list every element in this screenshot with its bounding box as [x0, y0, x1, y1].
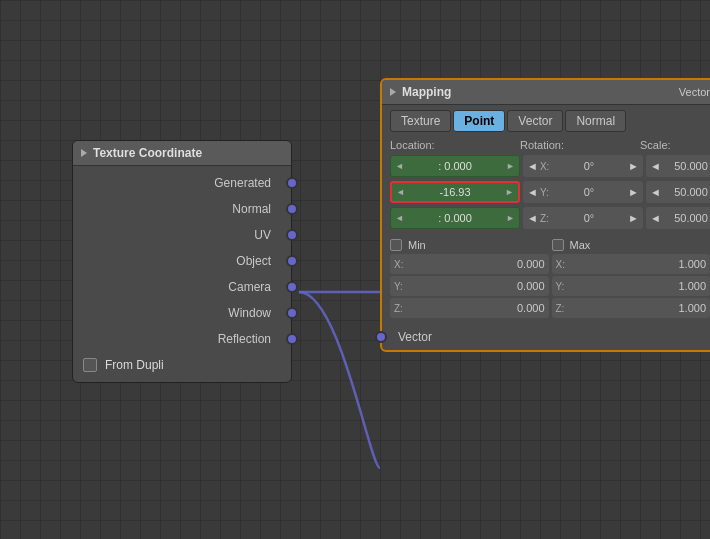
scale-header: Scale: — [640, 139, 710, 151]
min-y-field[interactable]: Y: 0.000 — [390, 276, 549, 296]
rot-x-arrow-right: ► — [628, 160, 639, 172]
scale-z-field[interactable]: ◄ 50.000 ► — [646, 207, 710, 229]
tab-vector[interactable]: Vector — [507, 110, 563, 132]
max-x-field[interactable]: X: 1.000 — [552, 254, 711, 274]
scale-y-val: 50.000 — [674, 186, 708, 198]
rot-z-arrow-left: ◄ — [527, 212, 538, 224]
node-texture-coord-title: Texture Coordinate — [93, 146, 202, 160]
max-z-val: 1.000 — [678, 302, 706, 314]
scale-x-arrow-left: ◄ — [650, 160, 661, 172]
max-z-field[interactable]: Z: 1.000 — [552, 298, 711, 318]
min-z-field[interactable]: Z: 0.000 — [390, 298, 549, 318]
scale-y-field[interactable]: ◄ 50.000 ► — [646, 181, 710, 203]
camera-socket[interactable] — [286, 281, 298, 293]
rot-y-arrow-left: ◄ — [527, 186, 538, 198]
min-x-val: 0.000 — [517, 258, 545, 270]
min-y-val: 0.000 — [517, 280, 545, 292]
location-y-field[interactable]: ◄ -16.93 ► — [390, 181, 520, 203]
from-dupli-checkbox[interactable] — [83, 358, 97, 372]
output-window: Window — [73, 300, 291, 326]
node-mapping-title: Mapping — [402, 85, 451, 99]
output-normal: Normal — [73, 196, 291, 222]
loc-y-arrow-right: ► — [505, 187, 514, 197]
rot-z-val: 0° — [552, 212, 626, 224]
output-reflection: Reflection — [73, 326, 291, 352]
collapse-arrow[interactable] — [81, 149, 87, 157]
window-socket[interactable] — [286, 307, 298, 319]
rot-y-label: Y: — [540, 187, 550, 198]
generated-label: Generated — [214, 176, 271, 190]
normal-socket[interactable] — [286, 203, 298, 215]
uv-socket[interactable] — [286, 229, 298, 241]
rot-z-label: Z: — [540, 213, 550, 224]
node-texture-coord-body: Generated Normal UV Object Camera Window… — [73, 166, 291, 382]
tab-point[interactable]: Point — [453, 110, 505, 132]
loc-y-arrow-left: ◄ — [396, 187, 405, 197]
min-header: Min — [390, 239, 549, 251]
normal-label: Normal — [232, 202, 271, 216]
output-generated: Generated — [73, 170, 291, 196]
vector-bottom-label: Vector — [398, 330, 432, 344]
uv-label: UV — [254, 228, 271, 242]
loc-z-arrow-left: ◄ — [395, 213, 404, 223]
rotation-z-field[interactable]: ◄ Z: 0° ► — [523, 207, 643, 229]
node-mapping: Mapping Vector Texture Point Vector Norm… — [380, 78, 710, 352]
rotation-x-field[interactable]: ◄ X: 0° ► — [523, 155, 643, 177]
output-uv: UV — [73, 222, 291, 248]
location-z-val: : 0.000 — [404, 212, 506, 224]
scale-x-field[interactable]: ◄ 50.000 ► — [646, 155, 710, 177]
max-x-label: X: — [556, 259, 568, 270]
min-y-label: Y: — [394, 281, 406, 292]
reflection-socket[interactable] — [286, 333, 298, 345]
location-x-field[interactable]: ◄ : 0.000 ► — [390, 155, 520, 177]
location-x-val: : 0.000 — [404, 160, 506, 172]
generated-socket[interactable] — [286, 177, 298, 189]
rot-y-val: 0° — [552, 186, 626, 198]
min-z-label: Z: — [394, 303, 406, 314]
location-z-field[interactable]: ◄ : 0.000 ► — [390, 207, 520, 229]
scale-z-val: 50.000 — [674, 212, 708, 224]
scale-x-val: 50.000 — [674, 160, 708, 172]
node-texture-coord-header: Texture Coordinate — [73, 141, 291, 166]
node-mapping-header: Mapping Vector — [382, 80, 710, 105]
min-checkbox[interactable] — [390, 239, 402, 251]
minmax-section: Min Max X: 0.000 X: 1.000 Y: 0.000 — [382, 235, 710, 324]
rot-x-arrow-left: ◄ — [527, 160, 538, 172]
loc-x-arrow-left: ◄ — [395, 161, 404, 171]
min-x-label: X: — [394, 259, 406, 270]
from-dupli-label: From Dupli — [105, 358, 164, 372]
tab-normal[interactable]: Normal — [565, 110, 626, 132]
rot-x-label: X: — [540, 161, 550, 172]
max-checkbox[interactable] — [552, 239, 564, 251]
loc-x-arrow-right: ► — [506, 161, 515, 171]
vector-connector-row: Vector — [382, 324, 710, 350]
object-label: Object — [236, 254, 271, 268]
vector-input-socket[interactable] — [375, 331, 387, 343]
tabs-row: Texture Point Vector Normal — [382, 105, 710, 137]
mapping-collapse-arrow[interactable] — [390, 88, 396, 96]
max-z-label: Z: — [556, 303, 568, 314]
object-socket[interactable] — [286, 255, 298, 267]
camera-label: Camera — [228, 280, 271, 294]
max-label: Max — [570, 239, 591, 251]
loc-z-arrow-right: ► — [506, 213, 515, 223]
reflection-label: Reflection — [218, 332, 271, 346]
min-label: Min — [408, 239, 426, 251]
window-label: Window — [228, 306, 271, 320]
tab-texture[interactable]: Texture — [390, 110, 451, 132]
rot-y-arrow-right: ► — [628, 186, 639, 198]
scale-z-arrow-left: ◄ — [650, 212, 661, 224]
min-x-field[interactable]: X: 0.000 — [390, 254, 549, 274]
max-y-field[interactable]: Y: 1.000 — [552, 276, 711, 296]
max-y-val: 1.000 — [678, 280, 706, 292]
right-label: Vector — [679, 86, 710, 98]
min-z-val: 0.000 — [517, 302, 545, 314]
location-y-val: -16.93 — [405, 186, 505, 198]
max-header: Max — [552, 239, 711, 251]
location-header: Location: — [390, 139, 520, 151]
from-dupli-row: From Dupli — [73, 352, 291, 378]
rotation-y-field[interactable]: ◄ Y: 0° ► — [523, 181, 643, 203]
rot-z-arrow-right: ► — [628, 212, 639, 224]
rot-x-val: 0° — [552, 160, 626, 172]
scale-y-arrow-left: ◄ — [650, 186, 661, 198]
